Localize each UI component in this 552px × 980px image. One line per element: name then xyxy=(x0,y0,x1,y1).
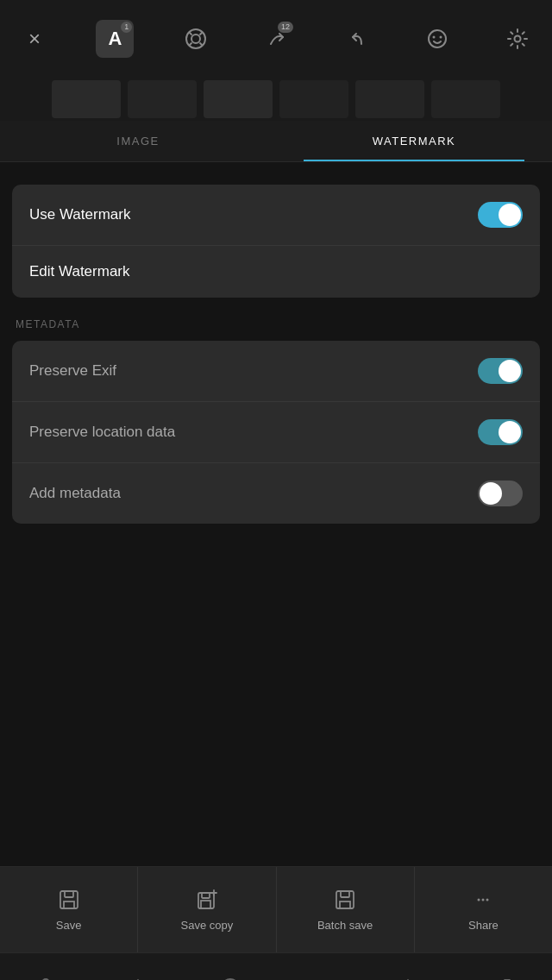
lifebuoy-icon[interactable] xyxy=(177,20,215,58)
svg-line-4 xyxy=(189,43,192,47)
svg-rect-14 xyxy=(201,901,210,908)
edit-nav-icon[interactable] xyxy=(116,966,160,981)
font-tool-button[interactable]: A 1 xyxy=(96,20,134,58)
svg-point-21 xyxy=(478,899,480,901)
preserve-location-label: Preserve location data xyxy=(29,424,175,441)
add-metadata-toggle[interactable] xyxy=(478,481,523,506)
metadata-card: Preserve Exif Preserve location data Add… xyxy=(12,341,540,524)
toggle-knob xyxy=(499,360,521,382)
svg-point-22 xyxy=(486,899,489,901)
svg-rect-18 xyxy=(336,891,354,908)
batch-save-button[interactable]: Batch save xyxy=(277,867,415,952)
face-icon[interactable] xyxy=(418,20,456,58)
preserve-location-row: Preserve location data xyxy=(12,401,540,462)
forward-icon[interactable]: 12 xyxy=(257,20,295,58)
toggle-knob xyxy=(480,482,502,505)
save-icon xyxy=(57,888,81,912)
svg-line-3 xyxy=(199,32,203,35)
bag-nav-icon[interactable] xyxy=(24,966,67,981)
use-watermark-row: Use Watermark xyxy=(12,185,540,245)
preserve-exif-toggle[interactable] xyxy=(478,358,523,384)
svg-line-2 xyxy=(189,32,192,35)
metadata-heading: METADATA xyxy=(16,318,540,330)
tab-watermark[interactable]: WATERMARK xyxy=(276,121,552,161)
batch-save-label: Batch save xyxy=(317,919,373,932)
circle-nav-icon[interactable] xyxy=(209,966,252,981)
font-badge: 1 xyxy=(121,22,132,33)
svg-point-8 xyxy=(439,36,442,39)
svg-point-23 xyxy=(482,899,485,901)
preserve-location-toggle[interactable] xyxy=(478,419,523,445)
share-button[interactable]: Share xyxy=(415,867,552,952)
bottom-nav xyxy=(0,952,552,980)
share-icon xyxy=(471,888,495,912)
use-watermark-label: Use Watermark xyxy=(29,206,130,223)
forward-badge: 12 xyxy=(278,22,293,33)
tabs: IMAGE WATERMARK xyxy=(0,121,552,162)
svg-point-6 xyxy=(429,30,446,47)
camera-nav-icon[interactable] xyxy=(485,966,528,981)
undo-icon[interactable] xyxy=(337,20,375,58)
save-button[interactable]: Save xyxy=(0,867,138,952)
save-copy-button[interactable]: Save copy xyxy=(138,867,276,952)
batch-save-icon xyxy=(333,888,357,912)
svg-rect-15 xyxy=(202,893,210,898)
preserve-exif-row: Preserve Exif xyxy=(12,341,540,401)
crop-nav-icon[interactable] xyxy=(392,966,436,981)
save-copy-icon xyxy=(195,888,219,912)
add-metadata-label: Add metadata xyxy=(29,485,121,502)
svg-rect-11 xyxy=(64,901,74,908)
use-watermark-toggle[interactable] xyxy=(478,202,523,228)
close-button[interactable]: × xyxy=(16,20,53,58)
content-area: Use Watermark Edit Watermark METADATA Pr… xyxy=(0,162,552,866)
preserve-exif-label: Preserve Exif xyxy=(29,362,116,380)
top-bar: × A 1 12 xyxy=(0,0,552,78)
svg-point-7 xyxy=(432,36,435,39)
action-buttons-row: Save Save copy Batch save xyxy=(0,866,552,952)
svg-rect-19 xyxy=(340,901,350,908)
save-copy-label: Save copy xyxy=(181,919,234,932)
settings-icon[interactable] xyxy=(499,20,536,58)
svg-point-1 xyxy=(191,35,200,43)
svg-rect-12 xyxy=(65,891,73,897)
svg-rect-10 xyxy=(60,891,78,908)
person-nav-icon[interactable] xyxy=(300,966,343,981)
share-label: Share xyxy=(468,919,499,932)
svg-rect-20 xyxy=(341,891,349,897)
tab-image[interactable]: IMAGE xyxy=(0,121,276,161)
svg-point-9 xyxy=(514,36,520,42)
edit-watermark-label: Edit Watermark xyxy=(29,263,130,280)
add-metadata-row: Add metadata xyxy=(12,462,540,524)
save-label: Save xyxy=(56,919,82,932)
svg-line-5 xyxy=(199,43,203,47)
toggle-knob xyxy=(499,204,521,226)
edit-watermark-row[interactable]: Edit Watermark xyxy=(12,245,540,298)
toggle-knob xyxy=(499,421,521,443)
watermark-card: Use Watermark Edit Watermark xyxy=(12,185,540,298)
